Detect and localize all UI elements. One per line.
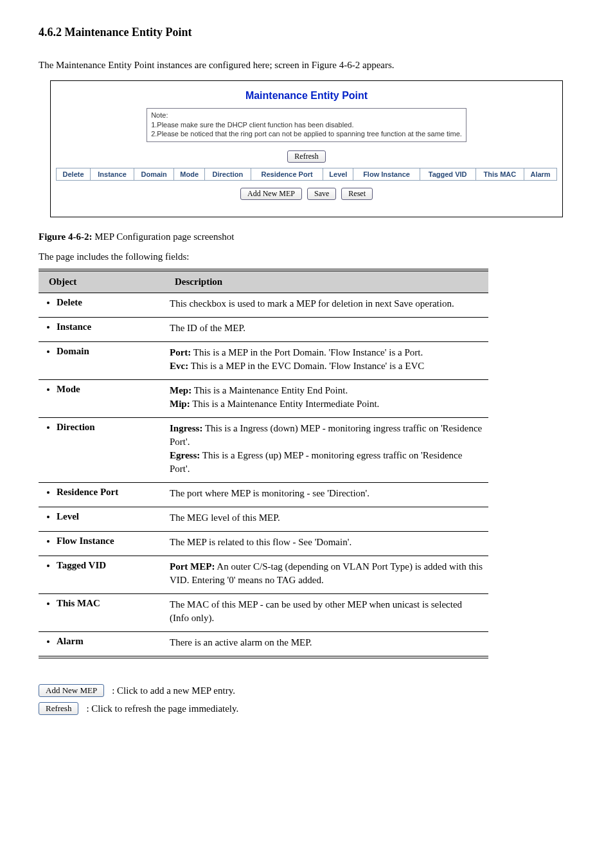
mep-col-direction: Direction (205, 168, 251, 181)
add-new-mep-inline-button[interactable]: Add New MEP (39, 684, 104, 697)
add-desc: : Click to add a new MEP entry. (112, 685, 235, 696)
ref-desc-instance: The ID of the MEP. (164, 318, 488, 342)
ref-desc-tagged-vid: Port MEP: An outer C/S-tag (depending on… (164, 556, 488, 594)
ref-object-alarm: Alarm (39, 632, 164, 658)
refresh-button[interactable]: Refresh (287, 150, 325, 163)
ref-desc-direction: Ingress: This is a Ingress (down) MEP - … (164, 418, 488, 483)
table-row: ModeMep: This is a Maintenance Entity En… (39, 380, 488, 418)
table-row: DomainPort: This is a MEP in the Port Do… (39, 342, 488, 380)
mep-table: DeleteInstanceDomainModeDirectionResiden… (56, 168, 557, 181)
ref-desc-alarm: There is an active alarm on the MEP. (164, 632, 488, 658)
add-new-mep-button[interactable]: Add New MEP (240, 188, 302, 200)
table-row: DeleteThis checkbox is used to mark a ME… (39, 293, 488, 318)
ref-desc-delete: This checkbox is used to mark a MEP for … (164, 293, 488, 318)
ref-object-this-mac: This MAC (39, 594, 164, 632)
refresh-inline-button[interactable]: Refresh (39, 702, 78, 715)
ref-object-direction: Direction (39, 418, 164, 483)
mep-col-mode: Mode (174, 168, 205, 181)
ref-object-mode: Mode (39, 380, 164, 418)
note-box: Note: 1.Please make sure the DHCP client… (147, 108, 466, 143)
mep-header-row: DeleteInstanceDomainModeDirectionResiden… (57, 168, 557, 181)
ref-object-flow-instance: Flow Instance (39, 532, 164, 556)
mep-col-tagged-vid: Tagged VID (420, 168, 475, 181)
mep-col-this-mac: This MAC (475, 168, 524, 181)
save-button[interactable]: Save (307, 188, 336, 200)
table-row: This MACThe MAC of this MEP - can be use… (39, 594, 488, 632)
table-row: Residence PortThe port where MEP is moni… (39, 483, 488, 507)
mep-screenshot: Maintenance Entity Point Note: 1.Please … (50, 80, 563, 218)
mep-col-domain: Domain (134, 168, 173, 181)
ref-intro: The page includes the following fields: (39, 251, 574, 262)
ref-desc-flow-instance: The MEP is related to this flow - See 'D… (164, 532, 488, 556)
ref-head-description: Description (164, 270, 488, 293)
table-row: InstanceThe ID of the MEP. (39, 318, 488, 342)
mep-col-residence-port: Residence Port (251, 168, 323, 181)
table-row: AlarmThere is an active alarm on the MEP… (39, 632, 488, 658)
mep-col-level: Level (323, 168, 353, 181)
mep-col-flow-instance: Flow Instance (353, 168, 420, 181)
table-row: Flow InstanceThe MEP is related to this … (39, 532, 488, 556)
mep-col-instance: Instance (91, 168, 134, 181)
note-line-1: 1.Please make sure the DHCP client funct… (151, 121, 353, 129)
intro-text: The Maintenance Entity Point instances a… (39, 59, 574, 73)
mep-title: Maintenance Entity Point (56, 90, 557, 102)
ref-desc-mode: Mep: This is a Maintenance Entity End Po… (164, 380, 488, 418)
ref-object-delete: Delete (39, 293, 164, 318)
ref-head-object: Object (39, 270, 164, 293)
note-line-2: 2.Please be noticed that the ring port c… (151, 130, 462, 138)
ref-object-tagged-vid: Tagged VID (39, 556, 164, 594)
table-row: Tagged VIDPort MEP: An outer C/S-tag (de… (39, 556, 488, 594)
mep-col-delete: Delete (57, 168, 91, 181)
ref-desc-level: The MEG level of this MEP. (164, 507, 488, 532)
mep-col-alarm: Alarm (524, 168, 557, 181)
note-head: Note: (151, 111, 462, 120)
ref-object-residence-port: Residence Port (39, 483, 164, 507)
ref-object-domain: Domain (39, 342, 164, 380)
ref-object-instance: Instance (39, 318, 164, 342)
ref-desc-this-mac: The MAC of this MEP - can be used by oth… (164, 594, 488, 632)
section-heading: 4.6.2 Maintenance Entity Point (39, 26, 574, 39)
ref-desc-residence-port: The port where MEP is monitoring - see '… (164, 483, 488, 507)
reset-button[interactable]: Reset (341, 188, 373, 200)
table-row: LevelThe MEG level of this MEP. (39, 507, 488, 532)
ref-object-level: Level (39, 507, 164, 532)
reference-table: Object Description DeleteThis checkbox i… (39, 269, 488, 658)
ref-desc-domain: Port: This is a MEP in the Port Domain. … (164, 342, 488, 380)
table-row: DirectionIngress: This is a Ingress (dow… (39, 418, 488, 483)
refresh-desc: : Click to refresh the page immediately. (86, 703, 238, 714)
figure-caption: Figure 4-6-2: MEP Configuration page scr… (39, 231, 574, 242)
